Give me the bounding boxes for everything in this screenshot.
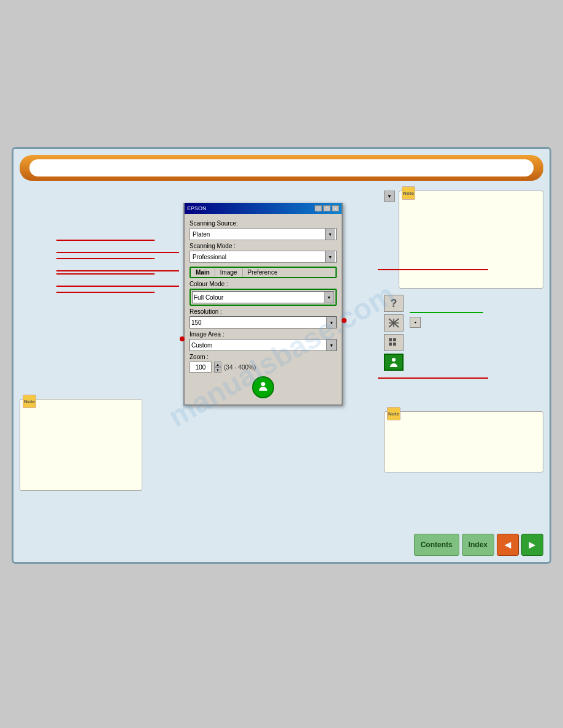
nav-next-btn[interactable]: ► — [521, 534, 543, 556]
colour-mode-label: Colour Mode : — [190, 281, 337, 287]
dot-zoom — [180, 336, 185, 341]
nav-prev-btn[interactable]: ◄ — [497, 534, 519, 556]
image-area-arrow[interactable]: ▼ — [326, 339, 336, 351]
tab-preference[interactable]: Preference — [243, 268, 283, 277]
scanning-mode-label: Scanning Mode : — [190, 243, 337, 249]
colour-mode-value: Full Colour — [193, 294, 324, 301]
contents-btn[interactable]: Contents — [414, 534, 459, 556]
tab-main[interactable]: Main — [191, 268, 215, 277]
scanning-source-value: Platen — [191, 231, 325, 238]
dialog-title: EPSON — [187, 205, 207, 211]
scanning-source-label: Scanning Source: — [190, 220, 337, 227]
scanner-dialog: EPSON _ □ × Scanning Source: Platen — [183, 203, 343, 406]
bottom-right-note-container: Note — [384, 411, 543, 472]
svg-rect-7 — [389, 343, 392, 346]
zoom-input[interactable] — [190, 362, 212, 373]
right-panel: ▼ Note ? — [384, 191, 543, 497]
svg-rect-6 — [393, 338, 396, 341]
colour-mode-border: Full Colour ▼ — [190, 289, 337, 306]
dialog-titlebar: EPSON _ □ × — [185, 203, 342, 214]
resolution-label: Resolution : — [190, 308, 337, 315]
svg-point-9 — [392, 358, 396, 362]
red-line-colour — [56, 273, 155, 275]
svg-rect-5 — [389, 338, 392, 341]
zoom-down-btn[interactable]: ▼ — [214, 367, 221, 373]
icon-panel: ? — [384, 295, 404, 371]
note-icon-right-top: Note — [402, 186, 415, 200]
page: manualsbase.com ▼ Note — [0, 0, 563, 728]
grid-icon-btn[interactable] — [384, 314, 404, 332]
svg-point-0 — [261, 382, 266, 387]
green-line-area: ▪ — [410, 311, 483, 328]
red-line-tabs — [56, 258, 155, 259]
zoom-label: Zoom : — [190, 354, 337, 360]
note-icon-left: Note — [23, 395, 36, 408]
zoom-range: (34 - 400%) — [224, 364, 256, 371]
image-area-select[interactable]: Custom ▼ — [190, 339, 337, 351]
scanning-mode-value: Professional — [191, 254, 325, 260]
green-line — [410, 312, 483, 313]
person-icon-btn[interactable] — [384, 354, 404, 371]
scanning-mode-select[interactable]: Professional ▼ — [190, 251, 337, 263]
svg-rect-8 — [393, 343, 396, 346]
person-icon — [257, 381, 269, 394]
zoom-spinner: ▲ ▼ — [214, 362, 221, 373]
scanning-source-select[interactable]: Platen ▼ — [190, 228, 337, 240]
colour-mode-select[interactable]: Full Colour ▼ — [192, 291, 334, 303]
center-area: EPSON _ □ × Scanning Source: Platen — [148, 191, 378, 497]
tabs-row: Main Image Preference — [190, 267, 337, 278]
right-dropdown-btn[interactable]: ▼ — [384, 191, 395, 202]
note-box-right-top: Note — [399, 191, 543, 289]
main-frame: manualsbase.com ▼ Note — [12, 147, 551, 564]
content-area: ▼ Note EPSON — [20, 191, 543, 497]
header-bar-inner — [29, 159, 534, 176]
scanning-source-arrow[interactable]: ▼ — [325, 229, 335, 240]
note-box-left: Note — [20, 399, 142, 491]
grid-dots-icon-btn[interactable] — [384, 334, 404, 351]
resolution-arrow[interactable]: ▼ — [326, 317, 336, 328]
right-top-row: ▼ Note — [384, 191, 543, 289]
zoom-row: ▲ ▼ (34 - 400%) — [190, 362, 337, 373]
colour-mode-arrow[interactable]: ▼ — [324, 292, 334, 303]
minimize-btn[interactable]: _ — [315, 205, 322, 211]
red-line-scanning-source — [56, 240, 155, 241]
help-icon-btn[interactable]: ? — [384, 295, 404, 312]
resolution-value: 150 — [190, 319, 326, 326]
index-btn[interactable]: Index — [462, 534, 494, 556]
maximize-btn[interactable]: □ — [323, 205, 331, 211]
image-area-value: Custom — [190, 342, 326, 349]
icon-row: ? — [384, 295, 543, 371]
image-area-label: Image Area : — [190, 331, 337, 338]
header-bar — [20, 155, 543, 181]
scan-ok-btn[interactable] — [252, 376, 274, 398]
titlebar-buttons: _ □ × — [315, 205, 339, 211]
resolution-select[interactable]: 150 ▼ — [190, 316, 337, 328]
small-icon-right[interactable]: ▪ — [410, 317, 421, 328]
zoom-up-btn[interactable]: ▲ — [214, 362, 221, 367]
dialog-body: Scanning Source: Platen ▼ Scanning Mode … — [185, 214, 342, 404]
dot-image-area — [342, 318, 347, 323]
red-line-right-1 — [378, 269, 488, 270]
close-btn[interactable]: × — [332, 205, 339, 211]
scanning-mode-arrow[interactable]: ▼ — [325, 251, 335, 262]
tab-image[interactable]: Image — [215, 268, 243, 277]
red-line-resolution — [56, 292, 155, 293]
note-box-right-bottom: Note — [384, 411, 543, 472]
left-area: ▼ Note — [20, 191, 142, 497]
bottom-nav: Contents Index ◄ ► — [414, 534, 543, 556]
note-icon-right-bottom: Note — [387, 407, 400, 420]
red-line-right-2 — [378, 377, 488, 379]
